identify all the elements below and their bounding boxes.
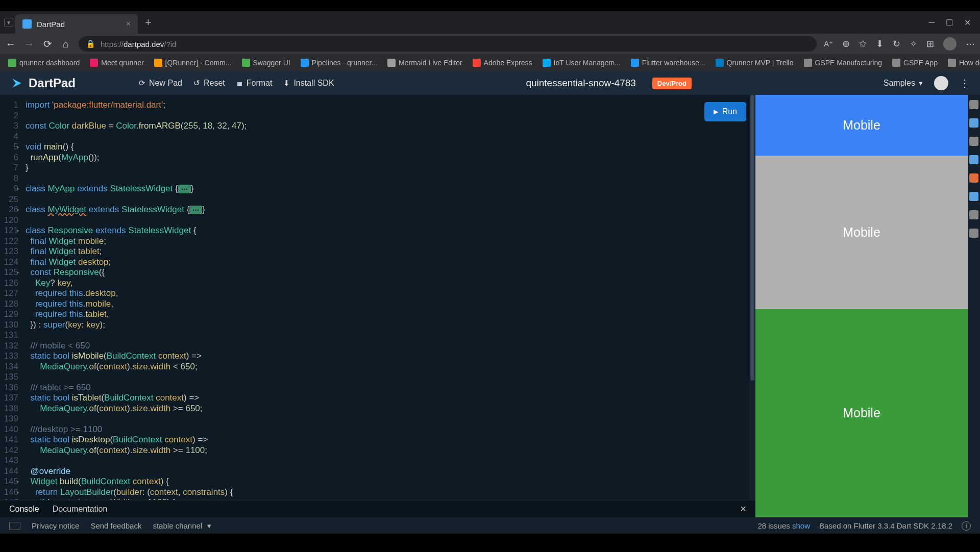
info-icon[interactable]: i: [962, 521, 971, 531]
bookmark-item[interactable]: Qrunner MVP | Trello: [713, 59, 797, 67]
code-line[interactable]: /// mobile < 650: [26, 341, 749, 352]
reload-icon[interactable]: ⟳: [42, 38, 53, 50]
home-icon[interactable]: ⌂: [60, 38, 71, 50]
avatar[interactable]: [943, 37, 957, 51]
minimize-icon[interactable]: ─: [929, 18, 935, 28]
bookmark-item[interactable]: Pipelines - qrunner...: [298, 59, 380, 67]
code-line[interactable]: Key? key,: [26, 278, 749, 289]
code-line[interactable]: /// tablet >= 650: [26, 383, 749, 393]
browser-menu-icon[interactable]: ⋯: [966, 38, 975, 49]
code-editor[interactable]: 12345▸6789▸2526▸120121▸122123124125▸1261…: [0, 95, 755, 500]
collections-icon[interactable]: ✧: [910, 38, 917, 49]
bookmark-item[interactable]: IoT User Managem...: [540, 59, 624, 67]
bookmark-item[interactable]: GSPE Manufacturing: [801, 59, 886, 67]
window-close-icon[interactable]: ✕: [964, 18, 971, 28]
bookmark-item[interactable]: Meet qrunner: [87, 59, 146, 67]
code-line[interactable]: [26, 132, 749, 142]
dartpad-logo[interactable]: DartPad: [10, 76, 76, 90]
tab-documentation[interactable]: Documentation: [53, 505, 108, 514]
forward-icon[interactable]: →: [23, 38, 35, 50]
share-icon[interactable]: [969, 155, 978, 164]
download-icon[interactable]: ⬇: [876, 38, 884, 49]
code-line[interactable]: class MyApp extends StatelessWidget {⋯}: [26, 184, 749, 194]
tool-icon[interactable]: [969, 118, 978, 128]
code-line[interactable]: final Widget mobile;: [26, 236, 749, 247]
browser-tab[interactable]: DartPad ×: [15, 14, 138, 34]
github-icon[interactable]: [934, 76, 948, 90]
read-aloud-icon[interactable]: A⁺: [824, 39, 833, 48]
code-line[interactable]: final Widget desktop;: [26, 257, 749, 268]
code-line[interactable]: runApp(MyApp());: [26, 153, 749, 163]
code-line[interactable]: required this.mobile,: [26, 299, 749, 310]
back-icon[interactable]: ←: [5, 38, 16, 50]
code-line[interactable]: [26, 173, 749, 184]
code-line[interactable]: MediaQuery.of(context).size.width >= 650…: [26, 404, 749, 414]
code-line[interactable]: @override: [26, 466, 749, 477]
privacy-link[interactable]: Privacy notice: [32, 521, 79, 530]
code-line[interactable]: required this.desktop,: [26, 288, 749, 299]
url-input[interactable]: 🔒 https://dartpad.dev/?id: [79, 36, 817, 52]
box-icon[interactable]: [969, 229, 978, 238]
code-line[interactable]: void main() {: [26, 142, 749, 153]
code-line[interactable]: const Color darkBlue = Color.fromARGB(25…: [26, 121, 749, 132]
bookmark-item[interactable]: Swagger UI: [239, 59, 293, 67]
bookmark-item[interactable]: GSPE App: [889, 59, 941, 67]
globe-icon[interactable]: [969, 173, 978, 183]
code-line[interactable]: static bool isDesktop(BuildContext conte…: [26, 435, 749, 445]
code-line[interactable]: class Responsive extends StatelessWidget…: [26, 225, 749, 236]
format-button[interactable]: ≣Format: [236, 79, 273, 88]
code-line[interactable]: MediaQuery.of(context).size.width < 650;: [26, 362, 749, 372]
chat-icon[interactable]: [969, 137, 978, 146]
console-close-icon[interactable]: ×: [740, 503, 746, 515]
code-line[interactable]: const Responsive({: [26, 267, 749, 278]
close-icon[interactable]: ×: [126, 19, 131, 29]
editor-scrollbar[interactable]: [749, 95, 755, 500]
reset-button[interactable]: ↺Reset: [193, 79, 225, 88]
code-line[interactable]: [26, 194, 749, 205]
code-line[interactable]: MediaQuery.of(context).size.width >= 110…: [26, 445, 749, 456]
keyboard-icon[interactable]: [9, 522, 20, 530]
new-pad-button[interactable]: ⟳New Pad: [139, 79, 182, 88]
channel-dropdown[interactable]: stable channel▾: [153, 521, 211, 531]
code-line[interactable]: [26, 111, 749, 121]
bookmark-item[interactable]: Adobe Express: [470, 59, 535, 67]
bookmark-item[interactable]: How do you reduce...: [945, 59, 980, 67]
code-line[interactable]: [26, 330, 749, 341]
code-line[interactable]: import 'package:flutter/material.dart';: [26, 100, 749, 111]
install-sdk-button[interactable]: ⬇Install SDK: [283, 79, 334, 88]
feedback-link[interactable]: Send feedback: [90, 521, 141, 530]
search-icon[interactable]: [969, 100, 978, 109]
code-line[interactable]: static bool isMobile(BuildContext contex…: [26, 351, 749, 362]
search-icon[interactable]: ⊕: [842, 38, 850, 49]
code-line[interactable]: if (constraints.maxWidth >= 1100) {: [26, 497, 749, 500]
code-line[interactable]: class MyWidget extends StatelessWidget {…: [26, 205, 749, 215]
skype-icon[interactable]: [969, 192, 978, 201]
run-button[interactable]: Run: [704, 102, 746, 121]
code-line[interactable]: [26, 456, 749, 466]
favorite-icon[interactable]: ✩: [859, 38, 867, 49]
code-line[interactable]: [26, 414, 749, 424]
code-line[interactable]: return LayoutBuilder(builder: (context, …: [26, 487, 749, 498]
code-line[interactable]: final Widget tablet;: [26, 246, 749, 257]
bookmark-item[interactable]: Mermaid Live Editor: [384, 59, 465, 67]
bookmark-item[interactable]: Flutter warehouse...: [628, 59, 708, 67]
new-tab-button[interactable]: +: [140, 16, 157, 29]
bookmark-item[interactable]: qrunner dashboard: [5, 59, 83, 67]
code-line[interactable]: }: [26, 163, 749, 173]
code-line[interactable]: static bool isTablet(BuildContext contex…: [26, 393, 749, 404]
code-line[interactable]: [26, 215, 749, 226]
code-line[interactable]: ///desktop >= 1100: [26, 424, 749, 435]
code-line[interactable]: }) : super(key: key);: [26, 320, 749, 331]
extensions-icon[interactable]: ⊞: [926, 38, 934, 49]
maximize-icon[interactable]: ☐: [946, 18, 953, 28]
code-line[interactable]: Widget build(BuildContext context) {: [26, 476, 749, 487]
issues-show-link[interactable]: show: [792, 521, 810, 530]
pad-title[interactable]: quintessential-snow-4783: [526, 78, 635, 89]
sync-icon[interactable]: ↻: [893, 38, 900, 49]
code-line[interactable]: [26, 372, 749, 383]
samples-dropdown[interactable]: Samples▾: [884, 79, 923, 88]
tab-console[interactable]: Console: [9, 505, 39, 514]
tab-search-icon[interactable]: ▾: [4, 18, 13, 27]
bookmark-item[interactable]: [QRunner] - Comm...: [151, 59, 235, 67]
code-line[interactable]: required this.tablet,: [26, 309, 749, 320]
